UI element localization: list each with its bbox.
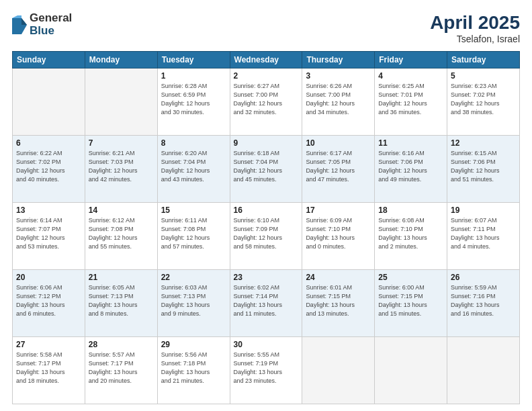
table-row bbox=[447, 337, 520, 404]
day-number: 20 bbox=[16, 273, 81, 282]
svg-marker-1 bbox=[21, 18, 27, 25]
svg-marker-0 bbox=[12, 18, 27, 34]
day-info: Sunrise: 6:05 AMSunset: 7:13 PMDaylight:… bbox=[89, 283, 154, 318]
logo-text: General Blue bbox=[30, 12, 72, 37]
day-number: 9 bbox=[234, 138, 299, 148]
day-info: Sunrise: 6:01 AMSunset: 7:15 PMDaylight:… bbox=[306, 283, 371, 318]
day-info: Sunrise: 5:58 AMSunset: 7:17 PMDaylight:… bbox=[16, 351, 81, 385]
day-number: 14 bbox=[89, 205, 154, 215]
table-row: 13Sunrise: 6:14 AMSunset: 7:07 PMDayligh… bbox=[13, 203, 85, 270]
table-row: 21Sunrise: 6:05 AMSunset: 7:13 PMDayligh… bbox=[85, 270, 157, 337]
day-info: Sunrise: 6:22 AMSunset: 7:02 PMDaylight:… bbox=[16, 149, 81, 184]
month-title: April 2025 bbox=[430, 12, 520, 34]
day-info: Sunrise: 6:10 AMSunset: 7:09 PMDaylight:… bbox=[234, 216, 299, 251]
table-row bbox=[302, 337, 375, 404]
col-saturday: Saturday bbox=[447, 52, 520, 68]
day-number: 11 bbox=[378, 138, 443, 148]
table-row bbox=[375, 337, 447, 404]
table-row: 14Sunrise: 6:12 AMSunset: 7:08 PMDayligh… bbox=[85, 203, 157, 270]
table-row: 12Sunrise: 6:15 AMSunset: 7:06 PMDayligh… bbox=[447, 136, 520, 203]
day-number: 21 bbox=[89, 273, 154, 282]
day-number: 22 bbox=[161, 273, 226, 282]
table-row: 25Sunrise: 6:00 AMSunset: 7:15 PMDayligh… bbox=[375, 270, 447, 337]
location-title: Tselafon, Israel bbox=[430, 34, 520, 44]
table-row: 20Sunrise: 6:06 AMSunset: 7:12 PMDayligh… bbox=[13, 270, 85, 337]
day-info: Sunrise: 5:59 AMSunset: 7:16 PMDaylight:… bbox=[451, 283, 516, 318]
day-info: Sunrise: 6:00 AMSunset: 7:15 PMDaylight:… bbox=[378, 283, 443, 318]
day-number: 13 bbox=[16, 205, 81, 215]
table-row bbox=[85, 68, 157, 136]
table-row: 16Sunrise: 6:10 AMSunset: 7:09 PMDayligh… bbox=[230, 203, 302, 270]
calendar-week-row: 1Sunrise: 6:28 AMSunset: 6:59 PMDaylight… bbox=[13, 68, 520, 136]
table-row: 11Sunrise: 6:16 AMSunset: 7:06 PMDayligh… bbox=[375, 136, 447, 203]
day-info: Sunrise: 6:25 AMSunset: 7:01 PMDaylight:… bbox=[378, 82, 443, 117]
table-row: 18Sunrise: 6:08 AMSunset: 7:10 PMDayligh… bbox=[375, 203, 447, 270]
day-number: 12 bbox=[451, 138, 516, 148]
table-row: 29Sunrise: 5:56 AMSunset: 7:18 PMDayligh… bbox=[157, 337, 230, 404]
day-info: Sunrise: 6:20 AMSunset: 7:04 PMDaylight:… bbox=[161, 149, 226, 184]
table-row bbox=[13, 68, 85, 136]
table-row: 1Sunrise: 6:28 AMSunset: 6:59 PMDaylight… bbox=[157, 68, 230, 136]
svg-marker-2 bbox=[12, 15, 21, 18]
title-block: April 2025 Tselafon, Israel bbox=[430, 12, 520, 44]
logo-blue: Blue bbox=[30, 25, 72, 38]
day-number: 19 bbox=[451, 205, 516, 215]
calendar-week-row: 27Sunrise: 5:58 AMSunset: 7:17 PMDayligh… bbox=[13, 337, 520, 404]
day-number: 18 bbox=[378, 205, 443, 215]
day-number: 24 bbox=[306, 273, 371, 282]
day-info: Sunrise: 6:14 AMSunset: 7:07 PMDaylight:… bbox=[16, 216, 81, 251]
table-row: 28Sunrise: 5:57 AMSunset: 7:17 PMDayligh… bbox=[85, 337, 157, 404]
day-number: 17 bbox=[306, 205, 371, 215]
calendar-body: 1Sunrise: 6:28 AMSunset: 6:59 PMDaylight… bbox=[13, 68, 520, 404]
col-monday: Monday bbox=[85, 52, 157, 68]
day-info: Sunrise: 6:09 AMSunset: 7:10 PMDaylight:… bbox=[306, 216, 371, 251]
calendar-week-row: 13Sunrise: 6:14 AMSunset: 7:07 PMDayligh… bbox=[13, 203, 520, 270]
day-info: Sunrise: 6:15 AMSunset: 7:06 PMDaylight:… bbox=[451, 149, 516, 184]
day-number: 7 bbox=[89, 138, 154, 148]
day-number: 16 bbox=[234, 205, 299, 215]
day-number: 27 bbox=[16, 340, 81, 349]
day-info: Sunrise: 6:18 AMSunset: 7:04 PMDaylight:… bbox=[234, 149, 299, 184]
table-row: 6Sunrise: 6:22 AMSunset: 7:02 PMDaylight… bbox=[13, 136, 85, 203]
table-row: 19Sunrise: 6:07 AMSunset: 7:11 PMDayligh… bbox=[447, 203, 520, 270]
day-info: Sunrise: 6:03 AMSunset: 7:13 PMDaylight:… bbox=[161, 283, 226, 318]
day-info: Sunrise: 5:55 AMSunset: 7:19 PMDaylight:… bbox=[234, 351, 299, 385]
table-row: 2Sunrise: 6:27 AMSunset: 7:00 PMDaylight… bbox=[230, 68, 302, 136]
table-row: 9Sunrise: 6:18 AMSunset: 7:04 PMDaylight… bbox=[230, 136, 302, 203]
day-info: Sunrise: 6:02 AMSunset: 7:14 PMDaylight:… bbox=[234, 283, 299, 318]
calendar-week-row: 6Sunrise: 6:22 AMSunset: 7:02 PMDaylight… bbox=[13, 136, 520, 203]
day-number: 4 bbox=[378, 71, 443, 81]
day-info: Sunrise: 6:26 AMSunset: 7:00 PMDaylight:… bbox=[306, 82, 371, 117]
table-row: 4Sunrise: 6:25 AMSunset: 7:01 PMDaylight… bbox=[375, 68, 447, 136]
table-row: 5Sunrise: 6:23 AMSunset: 7:02 PMDaylight… bbox=[447, 68, 520, 136]
day-info: Sunrise: 6:12 AMSunset: 7:08 PMDaylight:… bbox=[89, 216, 154, 251]
calendar-week-row: 20Sunrise: 6:06 AMSunset: 7:12 PMDayligh… bbox=[13, 270, 520, 337]
table-row: 30Sunrise: 5:55 AMSunset: 7:19 PMDayligh… bbox=[230, 337, 302, 404]
day-number: 1 bbox=[161, 71, 226, 81]
table-row: 8Sunrise: 6:20 AMSunset: 7:04 PMDaylight… bbox=[157, 136, 230, 203]
day-info: Sunrise: 6:17 AMSunset: 7:05 PMDaylight:… bbox=[306, 149, 371, 184]
calendar: Sunday Monday Tuesday Wednesday Thursday… bbox=[12, 51, 520, 404]
table-row: 7Sunrise: 6:21 AMSunset: 7:03 PMDaylight… bbox=[85, 136, 157, 203]
table-row: 17Sunrise: 6:09 AMSunset: 7:10 PMDayligh… bbox=[302, 203, 375, 270]
logo: General Blue bbox=[12, 12, 72, 37]
header-row: Sunday Monday Tuesday Wednesday Thursday… bbox=[13, 52, 520, 68]
day-info: Sunrise: 6:16 AMSunset: 7:06 PMDaylight:… bbox=[378, 149, 443, 184]
table-row: 24Sunrise: 6:01 AMSunset: 7:15 PMDayligh… bbox=[302, 270, 375, 337]
table-row: 10Sunrise: 6:17 AMSunset: 7:05 PMDayligh… bbox=[302, 136, 375, 203]
day-info: Sunrise: 6:27 AMSunset: 7:00 PMDaylight:… bbox=[234, 82, 299, 117]
day-number: 29 bbox=[161, 340, 226, 349]
col-tuesday: Tuesday bbox=[157, 52, 230, 68]
day-number: 30 bbox=[234, 340, 299, 349]
logo-general: General bbox=[30, 12, 72, 25]
day-number: 26 bbox=[451, 273, 516, 282]
col-friday: Friday bbox=[375, 52, 447, 68]
table-row: 3Sunrise: 6:26 AMSunset: 7:00 PMDaylight… bbox=[302, 68, 375, 136]
day-info: Sunrise: 6:08 AMSunset: 7:10 PMDaylight:… bbox=[378, 216, 443, 251]
day-number: 15 bbox=[161, 205, 226, 215]
day-number: 10 bbox=[306, 138, 371, 148]
calendar-header: Sunday Monday Tuesday Wednesday Thursday… bbox=[13, 52, 520, 68]
col-sunday: Sunday bbox=[13, 52, 85, 68]
col-thursday: Thursday bbox=[302, 52, 375, 68]
day-number: 8 bbox=[161, 138, 226, 148]
